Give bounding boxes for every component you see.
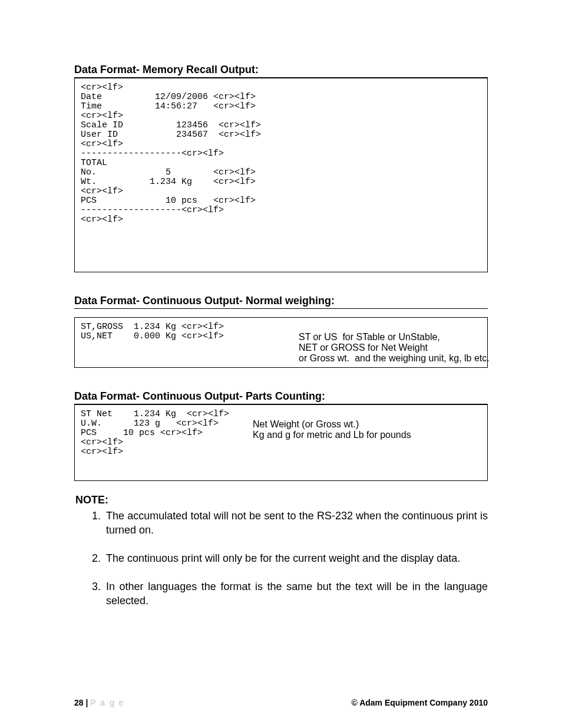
note-item: The accumulated total will not be sent t… xyxy=(104,509,488,537)
section2-box: ST,GROSS 1.234 Kg <cr><lf> US,NET 0.000 … xyxy=(74,317,488,368)
note-item: The continuous print will only be for th… xyxy=(104,551,488,565)
note-item: In other languages the format is the sam… xyxy=(104,579,488,608)
section3-heading: Data Format- Continuous Output- Parts Co… xyxy=(74,390,488,403)
page-footer: 28 | P a g e © Adam Equipment Company 20… xyxy=(74,698,488,707)
section3-right: Net Weight (or Gross wt.) Kg and g for m… xyxy=(253,419,411,447)
section3-left: ST Net 1.234 Kg <cr><lf> U.W. 123 g <cr>… xyxy=(81,410,229,457)
copyright: © Adam Equipment Company 2010 xyxy=(351,698,488,707)
note-list: The accumulated total will not be sent t… xyxy=(74,509,488,608)
section2-left: ST,GROSS 1.234 Kg <cr><lf> US,NET 0.000 … xyxy=(81,322,275,373)
section2-right: ST or US for STable or UnStable, NET or … xyxy=(299,332,490,364)
note-heading: NOTE: xyxy=(75,494,488,506)
page-number: 28 | P a g e xyxy=(74,698,124,707)
section3-box: ST Net 1.234 Kg <cr><lf> U.W. 123 g <cr>… xyxy=(74,404,488,481)
section1-text: <cr><lf> Date 12/09/2006 <cr><lf> Time 1… xyxy=(81,83,481,225)
section2-heading: Data Format- Continuous Output- Normal w… xyxy=(74,295,488,307)
section1-heading: Data Format- Memory Recall Output: xyxy=(74,64,488,76)
section1-box: <cr><lf> Date 12/09/2006 <cr><lf> Time 1… xyxy=(74,78,488,272)
